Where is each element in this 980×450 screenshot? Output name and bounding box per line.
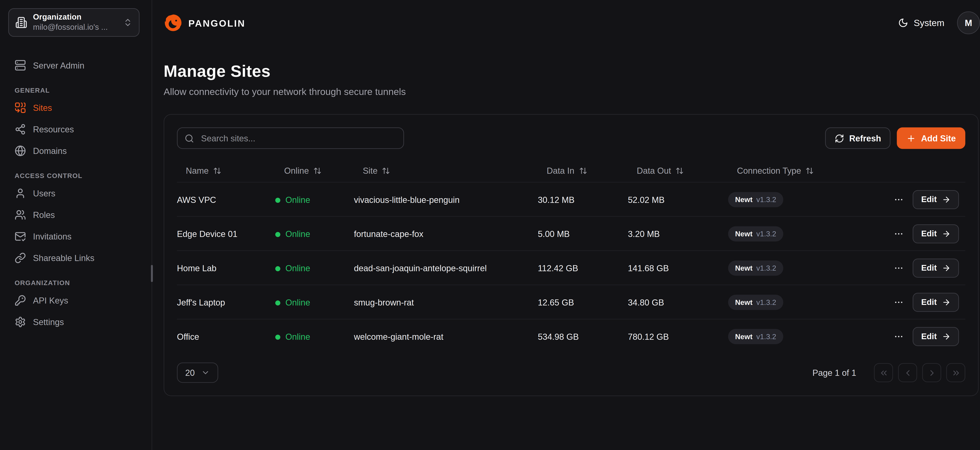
online-dot-icon	[275, 266, 280, 271]
site-name: Home Lab	[177, 263, 216, 273]
column-header-online[interactable]: Online	[284, 166, 321, 176]
data-out-value: 34.80 GB	[628, 298, 664, 307]
pager: Page 1 of 1	[813, 363, 965, 382]
add-site-button[interactable]: Add Site	[897, 127, 965, 149]
sidebar-item-label: Server Admin	[33, 60, 84, 70]
edit-button[interactable]: Edit	[913, 190, 959, 209]
sidebar-item-api-keys[interactable]: API Keys	[8, 290, 144, 311]
site-slug: vivacious-little-blue-penguin	[354, 195, 460, 204]
sidebar-section-access-control: ACCESS CONTROL	[14, 172, 137, 179]
sidebar-item-label: Domains	[33, 146, 67, 156]
column-header-connection-type[interactable]: Connection Type	[737, 166, 814, 176]
online-dot-icon	[275, 300, 280, 305]
table-row: Jeff's Laptop Online smug-brown-rat 12.6…	[177, 285, 965, 319]
sidebar-item-domains[interactable]: Domains	[8, 140, 144, 162]
column-header-data-in[interactable]: Data In	[547, 166, 587, 176]
sidebar-item-invitations[interactable]: Invitations	[8, 226, 144, 247]
arrow-right-icon	[942, 263, 951, 272]
data-in-value: 12.65 GB	[538, 298, 574, 307]
sidebar-item-server-admin[interactable]: Server Admin	[8, 54, 144, 76]
chevron-right-icon	[927, 368, 937, 377]
edit-button[interactable]: Edit	[913, 326, 959, 345]
pangolin-logo-icon	[164, 13, 183, 32]
theme-toggle-label: System	[914, 18, 944, 28]
chevrons-up-down-icon	[123, 18, 133, 27]
data-in-value: 5.00 MB	[538, 229, 570, 239]
search-input[interactable]	[200, 133, 396, 144]
page-subtitle: Allow connectivity to your network throu…	[164, 86, 978, 97]
data-out-value: 141.68 GB	[628, 263, 669, 273]
data-in-value: 534.98 GB	[538, 332, 579, 341]
edit-button[interactable]: Edit	[913, 224, 959, 243]
connection-type-badge: Newtv1.3.2	[728, 192, 783, 207]
sidebar-nav: Server Admin GENERAL Sites Resources Dom	[0, 45, 151, 333]
sidebar-item-users[interactable]: Users	[8, 182, 144, 204]
sidebar-item-settings[interactable]: Settings	[8, 311, 144, 333]
theme-toggle-button[interactable]: System	[898, 18, 944, 28]
edit-button[interactable]: Edit	[913, 258, 959, 277]
sidebar-item-sites[interactable]: Sites	[8, 97, 144, 119]
site-name: Office	[177, 332, 199, 341]
sidebar-item-resources[interactable]: Resources	[8, 119, 144, 140]
moon-icon	[898, 18, 908, 28]
sidebar-item-shareable-links[interactable]: Shareable Links	[8, 247, 144, 269]
connection-type-badge: Newtv1.3.2	[728, 260, 783, 276]
edit-button[interactable]: Edit	[913, 293, 959, 312]
page-content: Manage Sites Allow connectivity to your …	[152, 46, 980, 396]
row-menu-button[interactable]	[891, 294, 907, 310]
sort-icon	[805, 166, 814, 175]
ellipsis-icon	[894, 331, 904, 341]
table-row: Home Lab Online dead-san-joaquin-antelop…	[177, 251, 965, 285]
sort-icon	[213, 166, 221, 175]
status-badge: Online	[275, 230, 310, 239]
arrow-right-icon	[942, 298, 951, 306]
plus-icon	[907, 133, 916, 143]
site-slug: welcome-giant-mole-rat	[354, 332, 443, 341]
chevron-left-icon	[903, 368, 912, 377]
card-toolbar: Refresh Add Site	[177, 127, 965, 149]
user-icon	[14, 188, 26, 199]
org-selector-value: milo@fossorial.io's ...	[33, 23, 117, 33]
page-title: Manage Sites	[164, 62, 978, 81]
column-header-site[interactable]: Site	[363, 166, 390, 176]
row-menu-button[interactable]	[891, 260, 907, 276]
link-icon	[14, 252, 26, 264]
org-selector-text: Organization milo@fossorial.io's ...	[33, 13, 117, 32]
app-window: Organization milo@fossorial.io's ... Ser…	[0, 0, 980, 450]
org-selector[interactable]: Organization milo@fossorial.io's ...	[8, 8, 140, 37]
row-menu-button[interactable]	[891, 329, 907, 344]
table-row: AWS VPC Online vivacious-little-blue-pen…	[177, 182, 965, 217]
sidebar-resize-handle[interactable]	[151, 265, 153, 282]
table-header-row: Name Online Site Data In Data Out Connec…	[177, 159, 965, 182]
refresh-button[interactable]: Refresh	[825, 127, 891, 149]
next-page-button[interactable]	[922, 363, 941, 382]
sidebar-section-general: GENERAL	[14, 86, 137, 94]
sidebar: Organization milo@fossorial.io's ... Ser…	[0, 0, 152, 450]
row-menu-button[interactable]	[891, 226, 907, 241]
page-size-select[interactable]: 20	[177, 363, 218, 383]
arrow-right-icon	[942, 229, 951, 238]
data-in-value: 112.42 GB	[538, 263, 578, 273]
sidebar-item-roles[interactable]: Roles	[8, 204, 144, 226]
status-badge: Online	[275, 298, 310, 307]
building-icon	[15, 16, 27, 29]
row-menu-button[interactable]	[891, 192, 907, 207]
avatar[interactable]: M	[957, 11, 980, 34]
pager-buttons	[874, 363, 965, 382]
sort-icon	[675, 166, 684, 175]
site-name: Edge Device 01	[177, 229, 237, 239]
sidebar-section-organization: ORGANIZATION	[14, 279, 137, 287]
sidebar-item-label: Resources	[33, 125, 74, 134]
last-page-button[interactable]	[946, 363, 965, 382]
mail-check-icon	[14, 231, 26, 242]
column-header-name[interactable]: Name	[186, 166, 221, 176]
refresh-icon	[835, 133, 844, 143]
sidebar-item-label: Users	[33, 189, 55, 198]
ellipsis-icon	[894, 263, 904, 273]
first-page-button[interactable]	[874, 363, 893, 382]
ellipsis-icon	[894, 228, 904, 239]
arrow-right-icon	[942, 332, 951, 341]
gear-icon	[14, 316, 26, 328]
previous-page-button[interactable]	[898, 363, 917, 382]
column-header-data-out[interactable]: Data Out	[637, 166, 684, 176]
